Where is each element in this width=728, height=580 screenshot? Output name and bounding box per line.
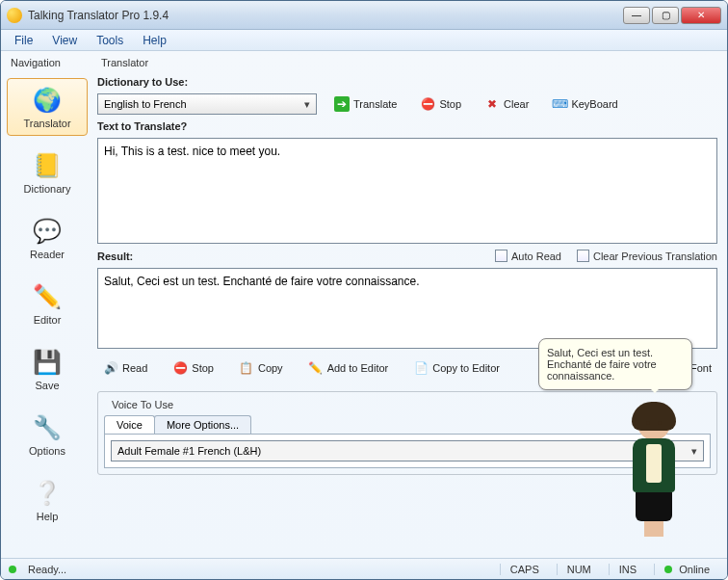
status-ready: Ready...	[28, 564, 66, 575]
keyboard-button[interactable]: ⌨ KeyBoard	[546, 94, 623, 114]
help-icon: ❔	[32, 478, 63, 509]
nav-options[interactable]: 🔧 Options	[7, 406, 88, 463]
main-panel: Translator Dictionary to Use: English to…	[93, 51, 727, 558]
arrow-right-icon: ➔	[334, 96, 350, 112]
online-dot-icon	[664, 566, 672, 573]
pencil-icon: ✏️	[308, 360, 324, 376]
copy-pencil-icon: 📄	[413, 360, 429, 376]
nav-dictionary[interactable]: 📒 Dictionary	[7, 144, 88, 201]
dictionary-label: Dictionary to Use:	[97, 76, 717, 88]
avatar-body	[633, 438, 675, 492]
window-controls: — ▢ ✕	[623, 7, 721, 24]
voice-group-title: Voice To Use	[108, 399, 177, 410]
stop-icon: ⛔	[420, 96, 435, 112]
nav-save[interactable]: 💾 Save	[7, 340, 88, 398]
statusbar: Ready... CAPS NUM INS Online	[1, 558, 727, 579]
nav-help[interactable]: ❔ Help	[7, 471, 88, 529]
status-caps: CAPS	[500, 564, 549, 575]
speaker-icon: 🔊	[103, 360, 118, 376]
globe-icon: 🌍	[32, 85, 63, 116]
copy-to-editor-button[interactable]: 📄 Copy to Editor	[407, 358, 506, 378]
dictionary-row: English to French ➔ Translate ⛔ Stop ✖ C…	[97, 93, 717, 115]
nav-editor[interactable]: ✏️ Editor	[7, 275, 88, 332]
checkbox-box	[495, 250, 507, 262]
nav-label: Help	[37, 511, 59, 522]
clear-previous-checkbox[interactable]: Clear Previous Translation	[577, 250, 717, 262]
book-icon: 📒	[32, 150, 63, 181]
input-textarea[interactable]: Hi, This is a test. nice to meet you.	[97, 138, 717, 244]
clear-button[interactable]: ✖ Clear	[479, 94, 534, 114]
nav-label: Options	[29, 445, 65, 457]
input-label: Text to Translate?	[97, 120, 717, 132]
avatar-head	[637, 408, 670, 440]
body-area: Navigation 🌍 Translator 📒 Dictionary 💬 R…	[1, 51, 727, 558]
read-button[interactable]: 🔊 Read	[97, 358, 153, 378]
nav-reader[interactable]: 💬 Reader	[7, 209, 88, 267]
stop-button[interactable]: ⛔ Stop	[414, 94, 467, 114]
copy-button[interactable]: 📋 Copy	[233, 358, 289, 378]
window-title: Talking Translator Pro 1.9.4	[28, 9, 623, 22]
clear-icon: ✖	[484, 96, 500, 112]
stop-read-button[interactable]: ⛔ Stop	[167, 358, 220, 378]
menu-help[interactable]: Help	[133, 32, 176, 49]
result-textarea[interactable]: Salut, Ceci est un test. Enchanté de fai…	[97, 268, 717, 349]
app-window: Talking Translator Pro 1.9.4 — ▢ ✕ File …	[0, 0, 728, 580]
nav-label: Reader	[30, 249, 65, 260]
status-dot-icon	[9, 566, 16, 573]
app-icon	[7, 8, 22, 23]
status-ins: INS	[609, 564, 646, 575]
wrench-icon: 🔧	[32, 412, 63, 443]
minimize-button[interactable]: —	[623, 7, 650, 24]
keyboard-icon: ⌨	[552, 96, 567, 112]
result-header: Result: Auto Read Clear Previous Transla…	[97, 250, 717, 262]
tab-more-options[interactable]: More Options...	[154, 415, 251, 434]
speech-bubble: Salut, Ceci est un test. Enchanté de fai…	[538, 338, 692, 390]
voice-tabs: Voice More Options...	[104, 415, 711, 434]
dictionary-dropdown[interactable]: English to French	[97, 93, 317, 115]
nav-translator[interactable]: 🌍 Translator	[7, 78, 88, 136]
nav-label: Translator	[23, 118, 70, 129]
checkbox-box	[577, 250, 589, 262]
speech-icon: 💬	[32, 216, 63, 247]
nav-label: Save	[35, 380, 59, 391]
stop-icon: ⛔	[172, 360, 188, 376]
input-text: Hi, This is a test. nice to meet you.	[104, 145, 280, 158]
menubar: File View Tools Help	[1, 30, 727, 51]
nav-label: Dictionary	[24, 183, 71, 195]
titlebar: Talking Translator Pro 1.9.4 — ▢ ✕	[1, 1, 727, 30]
menu-file[interactable]: File	[5, 32, 42, 49]
menu-view[interactable]: View	[42, 32, 87, 49]
maximize-button[interactable]: ▢	[652, 7, 679, 24]
nav-label: Editor	[34, 314, 62, 326]
status-num: NUM	[557, 564, 601, 575]
tab-voice[interactable]: Voice	[104, 415, 155, 434]
auto-read-checkbox[interactable]: Auto Read	[495, 250, 561, 262]
copy-icon: 📋	[239, 360, 254, 376]
translator-title: Translator	[97, 55, 717, 70]
dictionary-selected: English to French	[104, 98, 187, 110]
close-button[interactable]: ✕	[681, 7, 721, 24]
translate-button[interactable]: ➔ Translate	[328, 94, 403, 114]
floppy-icon: 💾	[32, 347, 63, 378]
voice-selected: Adult Female #1 French (L&H)	[117, 445, 261, 457]
nav-title: Navigation	[7, 55, 88, 70]
add-to-editor-button[interactable]: ✏️ Add to Editor	[302, 358, 395, 378]
pencil-icon: ✏️	[32, 281, 63, 312]
result-label: Result:	[97, 250, 133, 262]
avatar-character	[625, 408, 683, 533]
menu-tools[interactable]: Tools	[87, 32, 133, 49]
status-online: Online	[654, 564, 719, 575]
navigation-panel: Navigation 🌍 Translator 📒 Dictionary 💬 R…	[1, 51, 93, 558]
voice-dropdown[interactable]: Adult Female #1 French (L&H)	[111, 440, 704, 461]
result-text: Salut, Ceci est un test. Enchanté de fai…	[104, 275, 420, 288]
voice-tab-body: Adult Female #1 French (L&H)	[104, 434, 711, 468]
